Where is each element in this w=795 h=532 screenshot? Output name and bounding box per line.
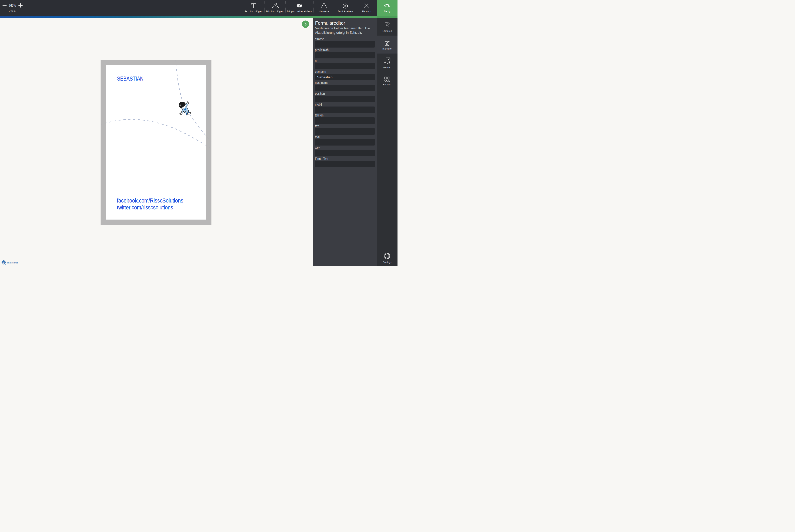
svg-text:p: p — [3, 261, 4, 264]
svg-text:printformer: printformer — [7, 261, 18, 264]
